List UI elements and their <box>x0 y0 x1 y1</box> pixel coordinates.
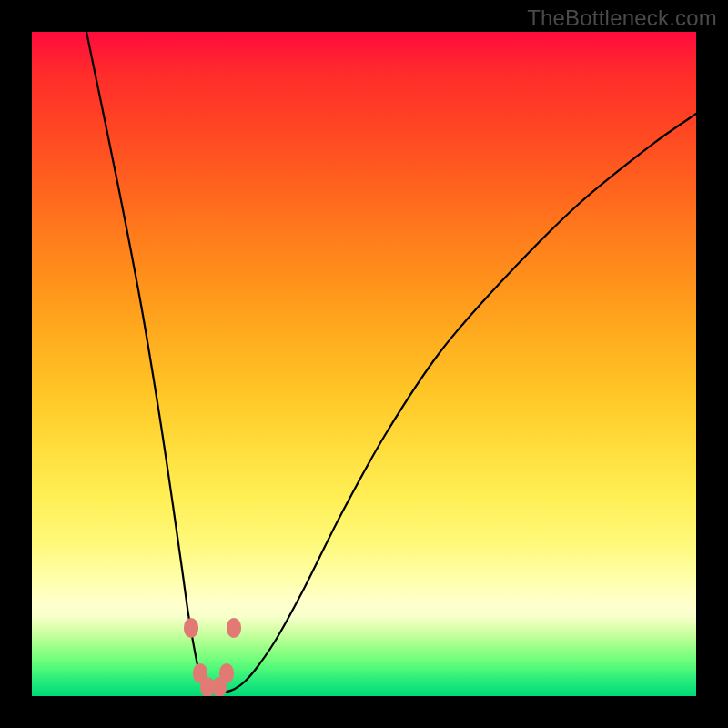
curve-marker <box>184 618 198 638</box>
bottleneck-curve <box>32 32 696 696</box>
curve-markers <box>184 618 241 696</box>
chart-stage: TheBottleneck.com <box>0 0 728 728</box>
curve-marker <box>212 677 227 696</box>
curve-path <box>86 32 696 693</box>
curve-marker <box>227 618 241 638</box>
watermark-label: TheBottleneck.com <box>527 5 717 31</box>
plot-area <box>32 32 696 696</box>
